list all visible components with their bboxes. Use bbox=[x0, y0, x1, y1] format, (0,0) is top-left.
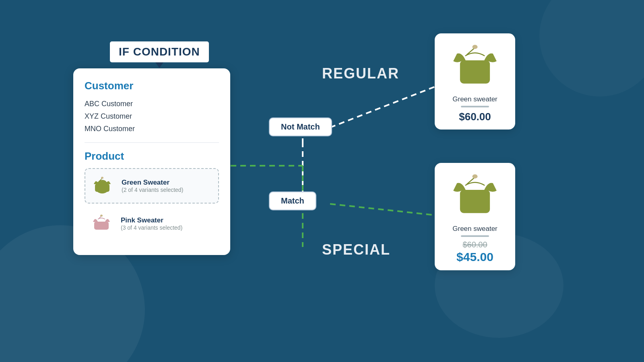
special-product-image bbox=[449, 169, 501, 222]
product-item-pink[interactable]: Pink Sweater (3 of 4 variants selected) bbox=[85, 207, 219, 241]
product-info-green: Green Sweater (2 of 4 variants selected) bbox=[122, 179, 183, 193]
regular-price-bar bbox=[461, 106, 489, 107]
special-product-name: Green sweater bbox=[452, 225, 497, 233]
not-match-label: Not Match bbox=[281, 122, 320, 131]
bg-decoration-3 bbox=[539, 0, 644, 97]
condition-card: Customer ABC Customer XYZ Customer MNO C… bbox=[73, 68, 230, 255]
customer-abc: ABC Customer bbox=[85, 98, 219, 110]
pink-sweater-icon-small bbox=[91, 213, 112, 234]
svg-point-10 bbox=[101, 177, 103, 179]
condition-label: IF CONDITION bbox=[109, 40, 210, 64]
product-thumb-pink bbox=[89, 211, 114, 237]
special-price-bar bbox=[461, 235, 489, 237]
product-item-green[interactable]: Green Sweater (2 of 4 variants selected) bbox=[85, 168, 219, 204]
match-button[interactable]: Match bbox=[269, 191, 316, 210]
customer-mno: MNO Customer bbox=[85, 123, 219, 135]
svg-rect-11 bbox=[94, 222, 109, 230]
regular-product-image bbox=[449, 40, 501, 92]
result-card-special: Green sweater $60.00 $45.00 bbox=[435, 163, 515, 270]
section-divider bbox=[85, 142, 219, 143]
regular-product-name: Green sweater bbox=[452, 95, 497, 103]
special-price-discounted: $45.00 bbox=[456, 250, 493, 264]
customer-xyz[interactable]: XYZ Customer bbox=[85, 110, 219, 123]
green-sweater-icon-small bbox=[91, 175, 113, 197]
regular-price: $60.00 bbox=[459, 111, 491, 123]
svg-line-1 bbox=[330, 86, 436, 128]
product-section-title: Product bbox=[85, 150, 219, 162]
regular-label: REGULAR bbox=[322, 65, 399, 82]
not-match-button[interactable]: Not Match bbox=[269, 117, 332, 136]
customer-list: ABC Customer XYZ Customer MNO Customer bbox=[85, 98, 219, 135]
svg-point-13 bbox=[100, 215, 103, 217]
special-price-original: $60.00 bbox=[462, 240, 487, 249]
svg-line-6 bbox=[330, 204, 436, 215]
svg-point-16 bbox=[473, 45, 478, 49]
svg-point-19 bbox=[473, 175, 478, 179]
product-thumb-green bbox=[89, 173, 115, 199]
regular-sweater-icon bbox=[449, 40, 501, 92]
product-info-pink: Pink Sweater (3 of 4 variants selected) bbox=[121, 216, 182, 231]
product-variants-green: (2 of 4 variants selected) bbox=[122, 187, 183, 193]
match-label: Match bbox=[281, 196, 304, 205]
condition-label-text: IF CONDITION bbox=[119, 45, 200, 58]
product-name-pink: Pink Sweater bbox=[121, 216, 182, 224]
product-variants-pink: (3 of 4 variants selected) bbox=[121, 224, 182, 231]
special-sweater-icon bbox=[449, 169, 501, 222]
customer-section-title: Customer bbox=[85, 80, 219, 92]
special-label: SPECIAL bbox=[322, 241, 390, 258]
result-card-regular: Green sweater $60.00 bbox=[435, 33, 515, 130]
svg-rect-8 bbox=[95, 184, 109, 192]
product-list: Green Sweater (2 of 4 variants selected)… bbox=[85, 168, 219, 241]
product-name-green: Green Sweater bbox=[122, 179, 183, 187]
